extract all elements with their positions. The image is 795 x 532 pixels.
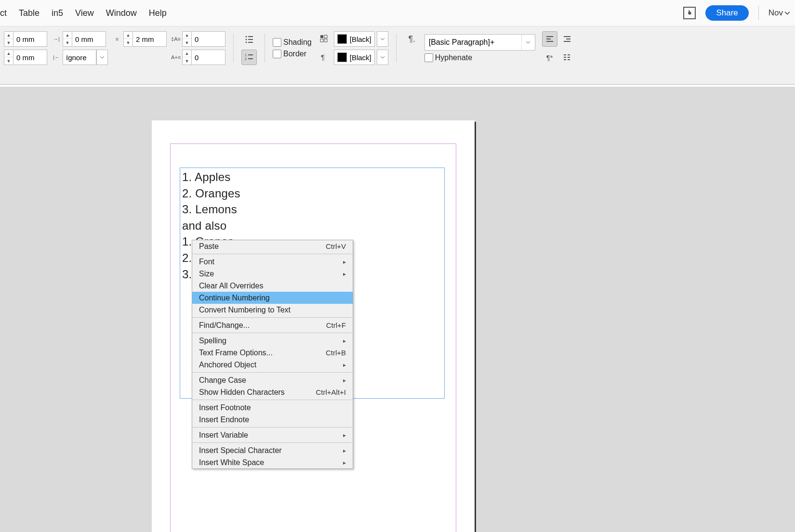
svg-text:1: 1 (245, 53, 247, 57)
paragraph-style-select[interactable] (424, 34, 535, 51)
document-canvas[interactable]: 1. Apples2. Oranges3. Lemonsand also1. G… (0, 87, 795, 532)
menu-item-ct[interactable]: ct (0, 8, 7, 18)
align-last-field[interactable] (63, 50, 96, 65)
svg-point-2 (246, 39, 247, 40)
context-menu-item[interactable]: Clear All Overrides (192, 280, 353, 292)
submenu-arrow-icon: ▸ (343, 271, 346, 277)
border-color-swatch[interactable]: [Black] (334, 50, 375, 65)
menu-item-help[interactable]: Help (149, 8, 167, 18)
shading-grid-icon[interactable] (317, 31, 332, 47)
svg-rect-24 (568, 57, 570, 58)
svg-rect-26 (568, 59, 570, 60)
indent-last-icon: |← (52, 53, 61, 62)
menu-left: ct Table in5 View Window Help (0, 8, 167, 18)
hyphenate-label: Hyphenate (435, 53, 472, 62)
touch-mode-icon[interactable] (683, 7, 696, 19)
context-menu-item[interactable]: Insert White Space▸ (192, 456, 353, 468)
pilcrow-star-button[interactable]: ¶* (542, 50, 557, 65)
share-button[interactable]: Share (705, 5, 748, 21)
context-menu-item[interactable]: Continue Numbering (192, 292, 353, 304)
drop-cap-chars-icon: A+≡ (172, 53, 180, 62)
menu-divider (192, 317, 353, 318)
border-color-dropdown[interactable] (377, 50, 388, 65)
context-menu-item[interactable]: Spelling▸ (192, 335, 353, 347)
context-menu-item[interactable]: Anchored Object▸ (192, 359, 353, 371)
indent-right-icon: →| (52, 35, 61, 43)
drop-cap-chars-field[interactable]: ▲▼ (182, 50, 225, 65)
menu-item-in5[interactable]: in5 (52, 8, 63, 18)
svg-rect-7 (248, 54, 253, 55)
context-menu-item[interactable]: Change Case▸ (192, 374, 353, 386)
svg-text:2: 2 (245, 57, 247, 61)
border-checkbox[interactable] (273, 50, 281, 58)
shading-checkbox[interactable] (273, 38, 281, 47)
menu-item-window[interactable]: Window (106, 8, 137, 18)
submenu-arrow-icon: ▸ (343, 447, 346, 454)
separator (265, 34, 265, 63)
menu-item-view[interactable]: View (75, 8, 94, 18)
menu-divider (192, 427, 353, 428)
svg-point-4 (246, 42, 247, 43)
svg-rect-17 (546, 41, 553, 42)
menu-item-table[interactable]: Table (19, 8, 40, 18)
document-line[interactable]: and also (182, 218, 442, 234)
svg-rect-12 (320, 39, 323, 42)
context-menu: PasteCtrl+VFont▸Size▸Clear All Overrides… (192, 240, 353, 469)
menubar: ct Table in5 View Window Help Share Nov (0, 0, 795, 26)
numbered-list-button[interactable]: 12 (241, 50, 257, 65)
svg-rect-15 (546, 36, 553, 37)
document-line[interactable]: 2. Oranges (182, 185, 442, 202)
context-menu-item[interactable]: Font▸ (192, 256, 353, 268)
svg-rect-20 (564, 41, 570, 42)
context-menu-item[interactable]: Find/Change...Ctrl+F (192, 319, 353, 331)
left-indent-field[interactable]: ▲▼ (4, 31, 47, 47)
align-left-button[interactable] (542, 31, 557, 47)
svg-rect-11 (324, 35, 327, 38)
menu-divider (192, 400, 353, 400)
drop-cap-lines-icon: ‡A≡ (172, 35, 180, 43)
svg-rect-23 (564, 57, 566, 58)
hyphenate-checkbox[interactable] (424, 53, 433, 62)
bulleted-list-button[interactable] (241, 31, 257, 47)
context-menu-item[interactable]: Convert Numbering to Text (192, 304, 353, 316)
align-last-dropdown[interactable] (96, 50, 108, 65)
pilcrow-icon[interactable]: ¶ (317, 50, 332, 65)
menu-divider (192, 442, 353, 443)
context-menu-item[interactable]: Size▸ (192, 268, 353, 280)
drop-cap-lines-field[interactable]: ▲▼ (182, 31, 225, 47)
svg-point-0 (246, 36, 247, 38)
context-menu-item[interactable]: Insert Special Character▸ (192, 444, 353, 456)
submenu-arrow-icon: ▸ (343, 377, 346, 384)
svg-rect-18 (564, 36, 570, 37)
svg-rect-13 (324, 39, 327, 42)
context-menu-item[interactable]: Insert Footnote (192, 402, 353, 414)
context-menu-item[interactable]: Insert Endnote (192, 414, 353, 426)
workspace-dropdown[interactable]: Nov (768, 8, 790, 18)
control-panel: ▲▼ ▲▼ →| ▲▼ |← ≡ (0, 26, 795, 70)
paragraph-direction-icon[interactable]: ¶. (404, 31, 420, 47)
submenu-arrow-icon: ▸ (343, 259, 346, 265)
shading-label: Shading (283, 38, 312, 47)
menu-divider (192, 333, 353, 333)
context-menu-item[interactable]: PasteCtrl+V (192, 240, 353, 252)
first-line-indent-field[interactable]: ▲▼ (4, 50, 47, 65)
shading-color-dropdown[interactable] (377, 31, 388, 47)
space-before-icon: ≡ (113, 35, 121, 43)
divider (758, 6, 759, 20)
right-indent-field[interactable]: ▲▼ (63, 31, 106, 47)
context-menu-item[interactable]: Insert Variable▸ (192, 429, 353, 441)
context-menu-item[interactable]: Text Frame Options...Ctrl+B (192, 347, 353, 359)
shading-color-swatch[interactable]: [Black] (334, 31, 375, 47)
context-menu-item[interactable]: Show Hidden CharactersCtrl+Alt+I (192, 386, 353, 398)
svg-rect-25 (564, 59, 566, 60)
separator (233, 34, 234, 63)
submenu-arrow-icon: ▸ (343, 362, 346, 368)
document-line[interactable]: 3. Lemons (182, 201, 442, 218)
submenu-arrow-icon: ▸ (343, 337, 346, 344)
border-label: Border (283, 50, 306, 58)
columns-button[interactable] (559, 50, 575, 65)
document-line[interactable]: 1. Apples (182, 169, 442, 185)
svg-rect-22 (568, 54, 570, 55)
align-right-button[interactable] (559, 31, 575, 47)
space-before-field[interactable]: ▲▼ (123, 31, 167, 47)
